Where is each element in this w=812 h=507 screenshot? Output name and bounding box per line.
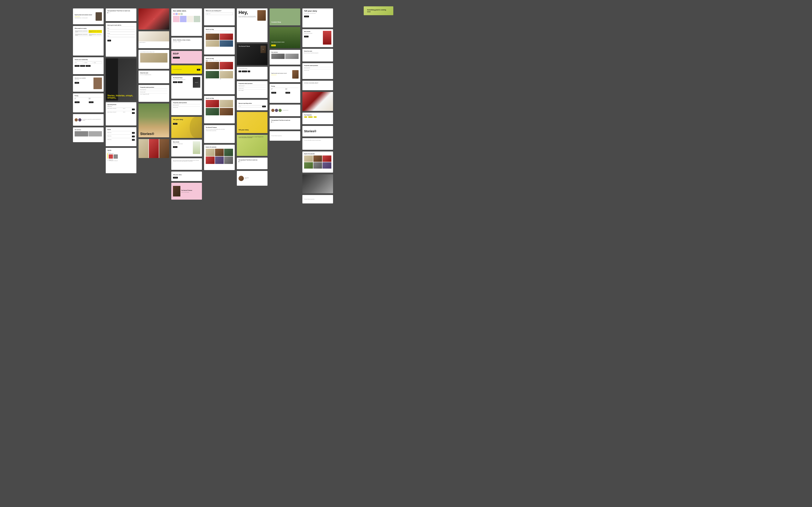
nav-dot[interactable] — [272, 122, 273, 122]
explore-title: Explore the episodes — [206, 147, 233, 148]
product-grid — [173, 16, 200, 22]
reviews-title: What people are saying — [74, 28, 102, 29]
plan-btn[interactable]: Get started — [89, 101, 94, 103]
cat-tag[interactable]: Architecture — [308, 116, 313, 118]
service-image — [271, 54, 285, 59]
swatch-sage[interactable] — [181, 13, 183, 15]
submit-button[interactable]: Submit — [107, 40, 111, 41]
tell-story2-btn[interactable]: Get started — [173, 177, 178, 178]
team-avatar — [278, 109, 282, 112]
pricing2-card: Pricing Free $0 Get started Single $9/mo… — [270, 84, 300, 103]
tier-item[interactable]: Free — [74, 62, 83, 64]
faq3-q: How do I engage? — [239, 90, 266, 91]
tier-row: Free Standard Single — [74, 62, 102, 64]
curated-shop-title: Curated Shop — [271, 21, 299, 23]
nav-dot[interactable] — [108, 12, 109, 13]
tier-item[interactable]: Single — [94, 62, 102, 64]
bio-card: Hi, my name is Anna Miller and these are… — [302, 138, 333, 150]
event-btn[interactable]: Get — [132, 135, 135, 137]
shop-now-button[interactable]: Shop now — [173, 146, 177, 148]
podcast-cover — [173, 186, 181, 196]
preorder-button[interactable]: Order — [197, 69, 200, 70]
nav-dot[interactable] — [240, 161, 240, 162]
event-row: Stories, historias, o His stories? Dec 1… — [107, 112, 135, 114]
tell-story-btn[interactable]: Start now — [173, 123, 177, 125]
book-cover-image: Stories® — [193, 77, 200, 88]
team-avatar — [275, 109, 278, 112]
nav-dot[interactable] — [273, 122, 274, 122]
arrivals-title: New arrivals — [304, 31, 322, 32]
tab-style[interactable]: Style — [219, 60, 220, 61]
event-button[interactable]: Get — [132, 109, 135, 110]
learn-button[interactable]: Learn more — [242, 70, 247, 72]
plan-btn[interactable]: Get started — [286, 92, 290, 94]
nav-dot[interactable] — [239, 161, 239, 162]
result-image — [220, 71, 233, 78]
tell-story-desc: Share what matters to you with the world… — [304, 13, 332, 14]
get-started-button[interactable]: Get started — [86, 65, 91, 67]
column-7: Curated Shop See what we have in store S… — [270, 8, 300, 141]
floral-bg: ✿ — [139, 8, 169, 30]
nav-dot[interactable] — [271, 122, 272, 122]
plan-free: Free $0 Get started — [74, 98, 88, 103]
rsvp-button[interactable]: Reserve your spot — [173, 57, 180, 59]
about-text2-card: About the event Discover the beauty of c… — [302, 49, 333, 61]
tier-item[interactable]: Standard — [84, 62, 92, 64]
shop-btn[interactable]: Shop now — [304, 36, 308, 38]
contact4-card: Let's have a conversation, about it! — [302, 81, 333, 90]
get-started-button[interactable]: Get started — [74, 65, 80, 67]
submit-button[interactable]: Submit — [262, 106, 266, 107]
tab-people[interactable]: People — [206, 60, 208, 61]
tab-spirituality[interactable]: Spirituality — [215, 60, 218, 61]
about-title: About the event — [140, 72, 167, 74]
plan-btn[interactable]: Get started — [271, 92, 276, 94]
tab-architecture[interactable]: Architecture — [208, 60, 212, 61]
event-btn[interactable]: Get — [132, 139, 135, 141]
plan-single: Single $9/mo Get started — [89, 98, 102, 103]
nav-dot[interactable] — [109, 12, 110, 13]
result-image — [220, 62, 233, 69]
learn-button[interactable]: Learn more — [177, 81, 183, 83]
field-message[interactable]: Message — [107, 33, 135, 35]
review-title: Superb product and customer service! — [74, 14, 95, 16]
subscribe-button[interactable]: Subscribe — [74, 82, 79, 83]
cat-tag[interactable]: People — [304, 116, 307, 118]
search-input[interactable]: 🔍 Search... — [206, 13, 233, 15]
cat-tag[interactable]: Travel — [314, 116, 316, 118]
field-name[interactable]: Name — [107, 27, 135, 30]
book-promo-text: Pre-order The Stories® Book — [173, 69, 182, 70]
shop-btn[interactable]: Shop now — [271, 45, 276, 46]
start-button[interactable]: Get started — [304, 16, 309, 17]
get-started-button[interactable]: Get started — [80, 65, 85, 67]
episode-img — [206, 157, 215, 164]
gallery-container: Superb product and customer service! Sup… — [0, 0, 406, 253]
pricing-card: Pricing Free $0 Get started Single $9/mo… — [73, 93, 104, 112]
swatch-pink[interactable] — [173, 13, 175, 15]
plan-btn[interactable]: Get started — [74, 101, 80, 103]
search-blog-title: Search our blog — [206, 29, 233, 30]
podcast-pink-card: The Stories® Podcast Listen to our lates… — [171, 183, 202, 200]
event-btn[interactable]: Get — [132, 132, 135, 134]
event-button[interactable]: Get — [132, 112, 135, 114]
swatch-purple[interactable] — [175, 13, 177, 15]
nav-dot[interactable] — [107, 12, 108, 13]
events-list-title: Events — [107, 129, 135, 130]
buy-button[interactable]: Buy — [239, 70, 241, 72]
faq-q: How does it work? — [140, 92, 167, 93]
column-5: What are you looking for? 🔍 Search... Se… — [204, 8, 235, 170]
gift-button[interactable]: Gift — [248, 70, 250, 72]
event-date: Dec 12 — [123, 108, 125, 110]
blog-search-input[interactable]: Search blog... — [206, 31, 233, 33]
field-email[interactable]: Email — [107, 30, 135, 32]
reviews-grid: Amazing quality and care - top service a… — [74, 30, 102, 37]
field-extra[interactable]: Phone — [107, 35, 135, 37]
buy-button[interactable]: Buy now — [173, 81, 177, 83]
tab-travel[interactable]: Travel — [213, 60, 214, 61]
swatch-peach[interactable] — [178, 13, 180, 15]
review-text: Amazing quality and care - top service a… — [89, 31, 101, 32]
nav-dot[interactable] — [241, 161, 241, 162]
email-input[interactable]: Email — [239, 105, 262, 107]
flower-image — [193, 141, 200, 154]
product-img — [194, 16, 200, 22]
sage-header-card: Curated Shop — [270, 8, 300, 25]
